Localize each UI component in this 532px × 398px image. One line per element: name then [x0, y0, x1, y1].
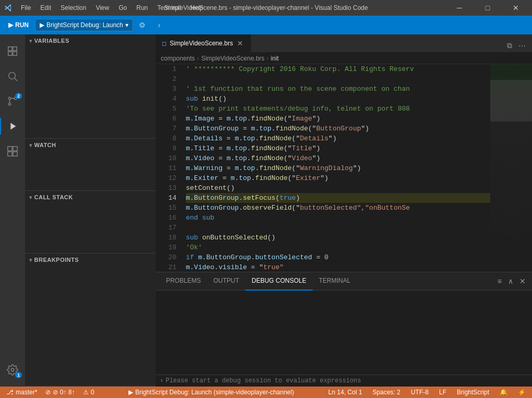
warnings-label: ⚠ 0	[83, 389, 94, 396]
code-line-19: 'Ok'	[186, 243, 490, 252]
run-label: RUN	[15, 21, 29, 29]
menu-help[interactable]: Help	[186, 2, 208, 14]
menu-file[interactable]: File	[17, 2, 35, 14]
window-controls: ─ □ ✕	[447, 0, 528, 16]
menu-go[interactable]: Go	[114, 2, 131, 14]
sidebar-header-breakpoints[interactable]: ▾ BREAKPOINTS	[25, 254, 156, 266]
svg-point-6	[8, 97, 11, 100]
panel-tabs: PROBLEMS OUTPUT DEBUG CONSOLE TERMINAL ≡…	[156, 272, 532, 291]
svg-point-4	[9, 73, 16, 79]
feedback-icon: 🔔	[500, 389, 507, 396]
sidebar-header-watch[interactable]: ▾ WATCH	[25, 139, 156, 151]
close-panel-button[interactable]: ✕	[517, 275, 528, 287]
more-tabs-button[interactable]: ⋯	[516, 40, 528, 52]
svg-rect-1	[13, 47, 17, 51]
remote-icon: ⚡	[518, 389, 526, 396]
code-line-21: m.Video.visible = "true"	[186, 262, 490, 272]
title-bar: File Edit Selection View Go Run Terminal…	[0, 0, 532, 16]
encoding-item[interactable]: UTF-8	[409, 389, 431, 396]
split-editor-button[interactable]: ⧉	[505, 39, 514, 52]
breadcrumb-file[interactable]: SimpleVideoScene.brs	[201, 55, 264, 62]
activity-bar: 2 1	[0, 34, 25, 387]
errors-item[interactable]: ⊘ ⊘ 0↑ 8↑	[43, 389, 77, 396]
git-branch-item[interactable]: ⎇ master*	[4, 389, 39, 396]
language-item[interactable]: BrightScript	[455, 389, 491, 396]
tab-problems[interactable]: PROBLEMS	[160, 272, 207, 291]
activity-item-run-debug[interactable]	[0, 114, 25, 139]
svg-rect-9	[8, 147, 12, 151]
console-prompt: ›	[160, 377, 163, 384]
svg-rect-2	[8, 52, 12, 55]
menu-edit[interactable]: Edit	[36, 2, 55, 14]
svg-rect-10	[13, 147, 17, 151]
warnings-item[interactable]: ⚠ 0	[81, 389, 96, 396]
code-line-10: m.Video = m.top.findNode("Video")	[186, 153, 490, 163]
code-line-1: ' ********** Copyright 2016 Roku Corp. A…	[186, 64, 490, 74]
status-bar-left: ⎇ master* ⊘ ⊘ 0↑ 8↑ ⚠ 0	[4, 389, 96, 396]
tab-terminal[interactable]: TERMINAL	[313, 272, 357, 291]
menu-terminal[interactable]: Terminal	[153, 2, 185, 14]
activity-item-settings[interactable]: 1	[0, 357, 25, 382]
watch-content	[25, 151, 156, 183]
maximize-button[interactable]: □	[476, 0, 500, 16]
minimize-button[interactable]: ─	[447, 0, 471, 16]
line-ending-label: LF	[439, 389, 446, 396]
breakpoints-label: BREAKPOINTS	[34, 257, 79, 263]
more-button[interactable]: ›	[152, 18, 167, 32]
collapse-panel-button[interactable]: ≡	[495, 275, 504, 287]
tab-debug-console[interactable]: DEBUG CONSOLE	[245, 272, 313, 291]
remote-item[interactable]: ⚡	[516, 389, 528, 396]
activity-item-source-control[interactable]: 2	[0, 89, 25, 114]
feedback-item[interactable]: 🔔	[498, 389, 510, 396]
source-control-badge: 2	[15, 93, 22, 99]
breadcrumb-components[interactable]: components	[161, 55, 195, 62]
cursor-position-label: Ln 14, Col 1	[328, 389, 362, 396]
close-button[interactable]: ✕	[504, 0, 528, 16]
menu-run[interactable]: Run	[132, 2, 152, 14]
run-button[interactable]: ▶ RUN	[4, 19, 33, 31]
git-branch-label: master*	[16, 389, 37, 396]
activity-item-explorer[interactable]	[0, 39, 25, 64]
code-editor[interactable]: 12345678910111213141516171819202122 ' **…	[156, 64, 532, 272]
console-input-field[interactable]	[165, 377, 528, 384]
panel-content	[156, 291, 532, 375]
cursor-position-item[interactable]: Ln 14, Col 1	[326, 389, 364, 396]
file-icon: ◻	[162, 40, 167, 47]
code-line-8: m.Details = m.top.findNode("Details")	[186, 134, 490, 143]
main-layout: 2 1 ▾	[0, 34, 532, 387]
code-line-15: m.ButtonGroup.observeField("buttonSelect…	[186, 203, 490, 213]
call-stack-label: CALL STACK	[34, 194, 73, 200]
tab-close-button[interactable]: ✕	[236, 39, 244, 47]
code-line-13: setContent()	[186, 183, 490, 193]
minimap-slider[interactable]	[490, 80, 532, 122]
activity-item-search[interactable]	[0, 64, 25, 89]
menu-view[interactable]: View	[91, 2, 113, 14]
svg-rect-3	[13, 52, 17, 55]
code-line-5: 'To see print statements/debug info, tel…	[186, 104, 490, 114]
errors-icon: ⊘	[45, 389, 51, 396]
watch-label: WATCH	[34, 142, 56, 148]
panel-actions: ≡ ∧ ✕	[495, 275, 528, 287]
tab-output[interactable]: OUTPUT	[207, 272, 245, 291]
panel-up-button[interactable]: ∧	[506, 275, 515, 287]
activity-item-extensions[interactable]	[0, 139, 25, 164]
svg-line-5	[15, 78, 17, 81]
indentation-item[interactable]: Spaces: 2	[371, 389, 403, 396]
breadcrumb-symbol[interactable]: init	[271, 55, 279, 62]
sidebar-header-variables[interactable]: ▾ VARIABLES	[25, 34, 156, 47]
code-content[interactable]: ' ********** Copyright 2016 Roku Corp. A…	[182, 64, 490, 272]
code-line-16: end sub	[186, 213, 490, 223]
variables-content	[25, 47, 156, 78]
menu-selection[interactable]: Selection	[56, 2, 90, 14]
line-ending-item[interactable]: LF	[437, 389, 448, 396]
errors-label: ⊘ 0↑ 8↑	[53, 389, 75, 396]
run-icon: ▶	[8, 21, 13, 29]
launch-config-select[interactable]: ▶ BrightScript Debug: Launch ▾	[35, 19, 133, 31]
settings-badge: 1	[15, 372, 22, 378]
tab-simple-video-scene[interactable]: ◻ SimpleVideoScene.brs ✕	[156, 34, 251, 52]
settings-button[interactable]: ⚙	[135, 18, 150, 32]
debug-session-label[interactable]: BrightScript Debug: Launch (simple-video…	[135, 389, 294, 396]
chevron-down-icon: ▾	[125, 21, 128, 29]
indentation-label: Spaces: 2	[373, 389, 400, 396]
sidebar-header-call-stack[interactable]: ▾ CALL STACK	[25, 191, 156, 203]
